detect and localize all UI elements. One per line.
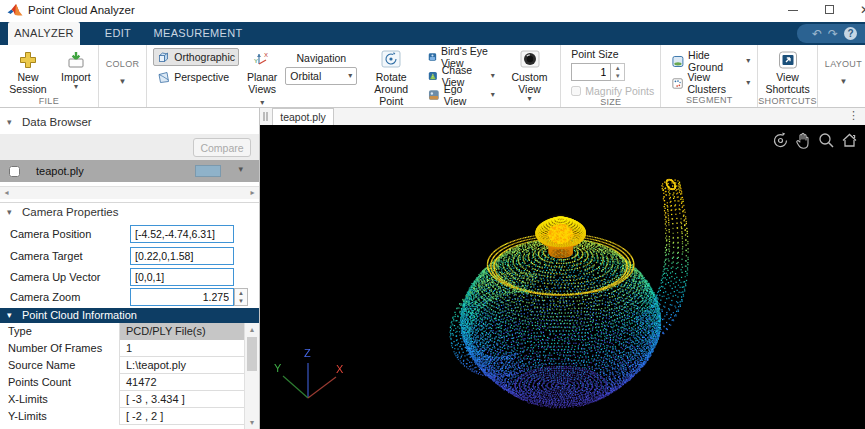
tab-edit[interactable]: EDIT [92,22,144,45]
data-browser-hscrollbar[interactable]: ◂ ▸ [0,186,259,199]
table-row-points-count[interactable]: Points Count 41472 [0,374,244,391]
ego-view-icon [428,89,440,101]
color-caret-icon: ▼ [119,78,127,86]
collapse-triangle-icon: ▾ [7,112,12,132]
table-row-type[interactable]: Type PCD/PLY File(s) [0,323,244,340]
point-size-input[interactable] [571,63,611,81]
camera-zoom-row: Camera Zoom ▲▼ [0,288,259,307]
ego-view-caret-icon: ▾ [491,91,495,99]
camera-position-field[interactable] [130,225,234,243]
table-row-frames[interactable]: Number Of Frames 1 [0,340,244,357]
scroll-right-icon[interactable]: ▸ [246,187,259,199]
ribbon-tab-strip: ANALYZER EDIT MEASUREMENT ↶ ↷ ? [0,22,865,45]
axes-toolbar [771,131,859,150]
navigation-dropdown[interactable]: Orbital ▾ [285,67,357,85]
title-bar: Point Cloud Analyzer ✕ [0,0,865,22]
point-cloud-information-header[interactable]: ▾ Point Cloud Information [0,308,259,323]
point-size-spinner[interactable]: ▲▼ [611,63,625,81]
viewport: teapot.ply ⋮ [260,108,865,429]
orthographic-icon [157,51,170,64]
planar-views-icon: XY [253,49,271,71]
axis-triad: Z Y X [268,343,348,411]
window-title: Point Cloud Analyzer [28,4,135,16]
view-shortcuts-button[interactable]: View Shortcuts [762,48,812,96]
data-browser-header[interactable]: ▾ Data Browser [0,112,259,132]
viewport-tab[interactable]: teapot.ply [272,108,334,125]
navigation-label: Navigation [297,52,347,64]
view-clusters-button[interactable]: View Clusters ▾ [669,74,753,92]
new-session-icon [18,49,38,71]
magnify-points-checkbox[interactable] [571,86,581,96]
tab-drag-handle[interactable] [263,112,268,121]
scroll-left-icon[interactable]: ◂ [0,187,13,199]
scroll-down-icon[interactable]: ▾ [245,416,259,429]
hide-ground-button[interactable]: Hide Ground ▾ [669,52,753,70]
orthographic-toggle[interactable]: Orthographic [153,48,239,66]
zoom-icon[interactable] [817,131,836,150]
minimize-button[interactable] [775,0,811,21]
camera-up-vector-row: Camera Up Vector [0,268,259,287]
section-label-file: FILE [0,96,98,107]
custom-view-button[interactable]: Custom View ▾ [503,48,557,104]
import-button[interactable]: Import ▾ [58,48,94,92]
rotate-around-point-button[interactable]: Rotate Around Point [362,48,420,108]
color-swatch-caret-icon[interactable]: ▾ [238,164,243,174]
import-icon [66,49,86,71]
camera-target-field[interactable] [130,247,234,265]
table-row-source[interactable]: Source Name L:\teapot.ply [0,357,244,374]
table-vscrollbar[interactable]: ▴ ▾ [244,323,259,429]
point-cloud-list-item[interactable]: teapot.ply ▾ [0,160,259,182]
point-cloud-view[interactable]: Z Y X [260,125,865,429]
section-file: New Session Import ▾ FILE [0,45,99,107]
undo-icon[interactable]: ↶ [812,25,822,43]
matlab-logo-icon [7,3,23,18]
maximize-button[interactable] [811,0,847,21]
point-cloud-canvas[interactable] [260,125,865,429]
chase-view-caret-icon: ▾ [491,72,495,80]
close-button[interactable]: ✕ [847,0,865,21]
navigation-caret-icon: ▾ [348,72,352,80]
compare-button[interactable]: Compare [193,138,251,157]
pan-hand-icon[interactable] [794,131,813,150]
section-camera: Orthographic Perspective XY Planar Views… [147,45,561,107]
camera-zoom-spinner[interactable]: ▲▼ [234,288,248,306]
z-axis-label: Z [304,347,311,359]
perspective-toggle[interactable]: Perspective [153,68,239,86]
planar-views-button[interactable]: XY Planar Views ▾ [244,48,280,108]
camera-properties-header[interactable]: ▾ Camera Properties [0,202,259,221]
ego-view-button[interactable]: Ego View ▾ [425,86,498,104]
section-layout: LAYOUT ▼ [818,45,865,107]
point-cloud-information-table: Type PCD/PLY File(s) Number Of Frames 1 … [0,323,259,429]
layout-button[interactable]: LAYOUT ▼ [822,57,865,87]
scrollbar-thumb[interactable] [247,337,257,371]
point-cloud-visibility-checkbox[interactable] [9,166,20,177]
birds-eye-view-icon [428,51,437,63]
magnify-points-label: Magnify Points [585,85,654,97]
hide-ground-caret-icon: ▾ [746,57,750,65]
home-icon[interactable] [840,131,859,150]
new-session-button[interactable]: New Session [4,48,52,96]
app-window: Point Cloud Analyzer ✕ ANALYZER EDIT MEA… [0,0,865,429]
view-clusters-caret-icon: ▾ [746,79,750,87]
scroll-up-icon[interactable]: ▴ [245,323,259,336]
camera-zoom-field[interactable] [130,288,234,306]
rotate-3d-icon[interactable] [771,131,790,150]
svg-text:Y: Y [254,58,258,64]
camera-position-row: Camera Position [0,225,259,244]
tab-menu-dots-icon[interactable]: ⋮ [848,109,859,122]
hide-ground-icon [672,55,684,68]
left-panel: ▾ Data Browser Compare teapot.ply ▾ ◂ ▸ … [0,108,260,429]
camera-up-vector-field[interactable] [130,268,234,286]
table-row-x-limits[interactable]: X-Limits [ -3 , 3.434 ] [0,391,244,408]
point-color-swatch[interactable] [195,165,221,177]
redo-icon[interactable]: ↷ [828,25,838,43]
tab-analyzer[interactable]: ANALYZER [8,22,80,45]
collapse-triangle-icon: ▾ [7,308,12,323]
section-label-shortcuts: SHORTCUTS [758,96,817,107]
help-icon[interactable]: ? [844,27,857,40]
quick-access-toolbar: ↶ ↷ ? [797,24,865,43]
tab-measurement[interactable]: MEASUREMENT [152,22,244,45]
point-size-label: Point Size [571,48,618,60]
color-button[interactable]: COLOR ▼ [103,57,143,87]
table-row-y-limits[interactable]: Y-Limits [ -2 , 2 ] [0,408,244,425]
